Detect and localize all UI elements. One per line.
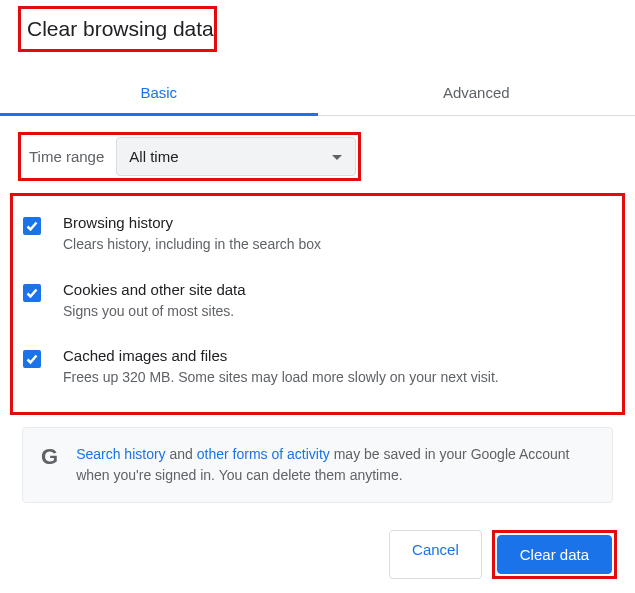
- cancel-button[interactable]: Cancel: [389, 530, 482, 579]
- tab-basic[interactable]: Basic: [0, 70, 318, 115]
- time-range-select[interactable]: All time: [116, 137, 356, 176]
- option-title: Cached images and files: [63, 347, 499, 364]
- time-range-label: Time range: [23, 148, 116, 165]
- checkbox-cached[interactable]: [23, 350, 41, 368]
- option-cached: Cached images and files Frees up 320 MB.…: [19, 335, 616, 402]
- time-range-value: All time: [129, 148, 178, 165]
- option-desc: Clears history, including in the search …: [63, 235, 321, 255]
- tabs: Basic Advanced: [0, 70, 635, 116]
- tab-advanced[interactable]: Advanced: [318, 70, 636, 115]
- option-browsing-history: Browsing history Clears history, includi…: [19, 202, 616, 269]
- dialog-title: Clear browsing data: [18, 6, 217, 52]
- link-search-history[interactable]: Search history: [76, 446, 165, 462]
- option-title: Cookies and other site data: [63, 281, 246, 298]
- checkbox-cookies[interactable]: [23, 284, 41, 302]
- dialog-buttons: Cancel Clear data: [389, 530, 617, 579]
- time-range-row: Time range All time: [18, 132, 361, 181]
- info-text-fragment: and: [166, 446, 197, 462]
- option-cookies: Cookies and other site data Signs you ou…: [19, 269, 616, 336]
- option-title: Browsing history: [63, 214, 321, 231]
- info-box: G Search history and other forms of acti…: [22, 427, 613, 503]
- google-icon: G: [41, 446, 58, 468]
- option-desc: Signs you out of most sites.: [63, 302, 246, 322]
- option-desc: Frees up 320 MB. Some sites may load mor…: [63, 368, 499, 388]
- checkbox-browsing-history[interactable]: [23, 217, 41, 235]
- clear-data-button[interactable]: Clear data: [497, 535, 612, 574]
- info-text: Search history and other forms of activi…: [76, 444, 594, 486]
- options-group: Browsing history Clears history, includi…: [10, 193, 625, 415]
- link-other-activity[interactable]: other forms of activity: [197, 446, 330, 462]
- chevron-down-icon: [331, 148, 343, 165]
